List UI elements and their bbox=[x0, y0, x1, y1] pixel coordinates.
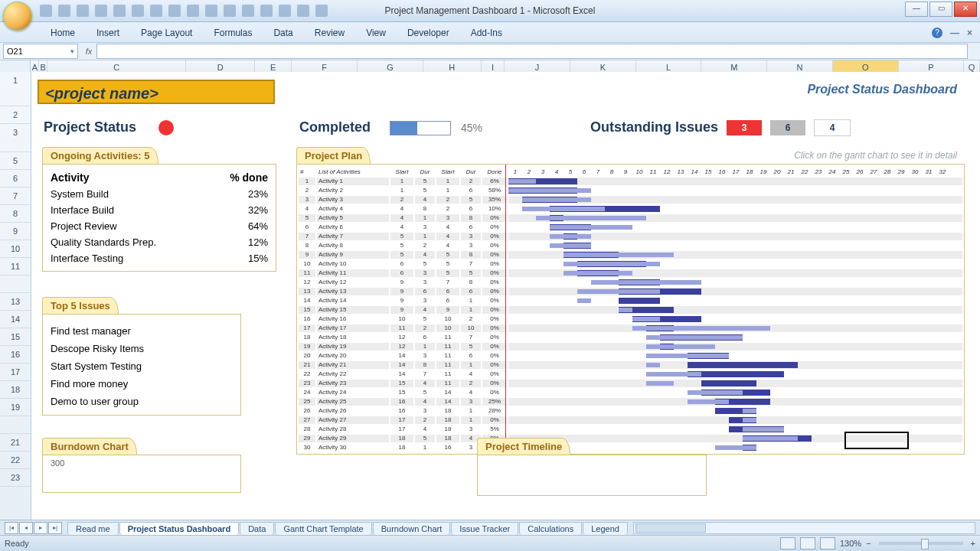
row-header[interactable]: 7 bbox=[0, 187, 31, 205]
gantt-row: 21Activity 211481110% bbox=[299, 361, 962, 369]
activity-name: System Build bbox=[51, 186, 214, 202]
project-name-cell[interactable]: <project name> bbox=[38, 80, 275, 104]
activity-name: Interface Build bbox=[51, 202, 214, 218]
activity-pct: 32% bbox=[214, 202, 268, 218]
ribbon-tab[interactable]: Home bbox=[40, 24, 86, 42]
view-layout-icon[interactable] bbox=[800, 537, 815, 549]
gantt-row: 12Activity 1293780% bbox=[299, 279, 962, 286]
row-header[interactable]: 13 bbox=[0, 293, 31, 311]
office-button[interactable] bbox=[3, 2, 32, 31]
row-header[interactable]: 17 bbox=[0, 364, 31, 381]
ribbon-tab[interactable]: Developer bbox=[397, 24, 460, 42]
qat-icon[interactable] bbox=[224, 5, 236, 17]
tab-nav[interactable]: |◂ ◂ ▸ ▸| bbox=[5, 522, 63, 534]
ribbon-tab[interactable]: Add-Ins bbox=[460, 24, 513, 42]
view-pagebreak-icon[interactable] bbox=[820, 537, 835, 549]
ribbon-tab[interactable]: Page Layout bbox=[130, 24, 203, 42]
qat-icon[interactable] bbox=[187, 5, 199, 17]
burndown-card: Burndown Chart 300 bbox=[42, 438, 241, 493]
fx-icon[interactable]: fx bbox=[81, 44, 96, 59]
qat-icon[interactable] bbox=[132, 5, 144, 17]
gantt-row: 25Activity 2516414325% bbox=[299, 398, 962, 406]
ribbon-minimize-icon[interactable]: — bbox=[950, 28, 959, 38]
horizontal-scrollbar[interactable] bbox=[633, 522, 975, 534]
qat-icon[interactable] bbox=[113, 5, 126, 17]
outstanding-issues-header: Outstanding Issues 3 6 4 bbox=[590, 119, 851, 136]
status-ready: Ready bbox=[5, 539, 29, 548]
zoom-out-icon[interactable]: − bbox=[866, 539, 871, 548]
tab-prev-icon[interactable]: ◂ bbox=[19, 522, 33, 534]
qat-icon[interactable] bbox=[168, 5, 181, 17]
row-header[interactable]: 21 bbox=[0, 434, 31, 452]
dashboard-title: Project Status Dashboard bbox=[807, 83, 957, 96]
sheet-tab[interactable]: Data bbox=[240, 522, 274, 535]
tab-next-icon[interactable]: ▸ bbox=[34, 522, 47, 534]
row-header[interactable]: 9 bbox=[0, 223, 31, 240]
help-icon[interactable]: ? bbox=[932, 28, 942, 38]
sheet-tab[interactable]: Legend bbox=[583, 522, 628, 535]
timeline-title: Project Timeline bbox=[477, 438, 570, 455]
qat-icon[interactable] bbox=[297, 5, 309, 17]
sheet-tab[interactable]: Gantt Chart Template bbox=[275, 522, 371, 535]
row-header[interactable]: 22 bbox=[0, 452, 31, 469]
row-header[interactable]: 11 bbox=[0, 258, 31, 276]
qat-icon[interactable] bbox=[150, 5, 162, 17]
minimize-button[interactable]: — bbox=[905, 2, 928, 17]
row-header[interactable]: 16 bbox=[0, 346, 31, 364]
row-header[interactable]: 14 bbox=[0, 311, 31, 328]
row-header[interactable]: 19 bbox=[0, 399, 31, 416]
qat-icon[interactable] bbox=[260, 5, 273, 17]
row-header[interactable]: 10 bbox=[0, 240, 31, 258]
row-header[interactable] bbox=[0, 416, 31, 434]
ribbon-tab[interactable]: View bbox=[355, 24, 397, 42]
gantt-row: 24Activity 241551440% bbox=[299, 389, 962, 396]
tab-first-icon[interactable]: |◂ bbox=[5, 522, 18, 534]
view-normal-icon[interactable] bbox=[780, 537, 795, 549]
qat-undo-icon[interactable] bbox=[58, 5, 70, 17]
qat-print-icon[interactable] bbox=[95, 5, 107, 17]
close-button[interactable]: ✕ bbox=[954, 2, 977, 17]
row-header[interactable]: 23 bbox=[0, 469, 31, 487]
row-header[interactable]: 8 bbox=[0, 205, 31, 223]
row-header[interactable]: 5 bbox=[0, 152, 31, 170]
tab-last-icon[interactable]: ▸| bbox=[48, 522, 62, 534]
issue-item: Find more money bbox=[51, 375, 233, 393]
zoom-slider[interactable] bbox=[879, 542, 963, 545]
worksheet[interactable]: <project name> Project Status Dashboard … bbox=[31, 72, 980, 520]
ribbon-tab[interactable]: Review bbox=[304, 24, 355, 42]
row-header[interactable]: 1 bbox=[0, 72, 31, 106]
sheet-tab[interactable]: Project Status Dashboard bbox=[119, 522, 239, 535]
row-header[interactable] bbox=[0, 276, 31, 293]
qat-icon[interactable] bbox=[242, 5, 254, 17]
ribbon-tab[interactable]: Formulas bbox=[203, 24, 263, 42]
issue-item: Demo to user group bbox=[51, 393, 233, 410]
row-header[interactable]: 2 bbox=[0, 106, 31, 124]
qat-redo-icon[interactable] bbox=[77, 5, 89, 17]
issue-item: Find test manager bbox=[51, 322, 233, 340]
qat-icon[interactable] bbox=[315, 5, 328, 17]
qat-save-icon[interactable] bbox=[40, 5, 52, 17]
sheet-tab[interactable]: Calculations bbox=[519, 522, 582, 535]
sheet-tab[interactable]: Burndown Chart bbox=[373, 522, 451, 535]
gantt-row: 26Activity 2616318128% bbox=[299, 407, 962, 415]
top-issues-title: Top 5 Issues bbox=[42, 297, 119, 314]
doc-close-icon[interactable]: × bbox=[967, 28, 972, 38]
sheet-tab[interactable]: Read me bbox=[67, 522, 119, 535]
qat-icon[interactable] bbox=[279, 5, 291, 17]
row-header[interactable]: 3 bbox=[0, 124, 31, 152]
formula-bar[interactable] bbox=[96, 44, 968, 59]
qat-icon[interactable] bbox=[205, 5, 217, 17]
quick-access-toolbar[interactable] bbox=[40, 5, 328, 17]
zoom-level[interactable]: 130% bbox=[840, 539, 861, 548]
ribbon-tab[interactable]: Data bbox=[263, 24, 303, 42]
ribbon-tab[interactable]: Insert bbox=[86, 24, 130, 42]
project-plan-card[interactable]: Project Plan #List of ActivitiesStartDur… bbox=[296, 147, 965, 455]
row-header[interactable]: 15 bbox=[0, 328, 31, 346]
row-header[interactable]: 6 bbox=[0, 170, 31, 187]
row-header[interactable]: 18 bbox=[0, 381, 31, 399]
zoom-in-icon[interactable]: + bbox=[971, 539, 975, 548]
gantt-row: 11Activity 1163550% bbox=[299, 269, 962, 277]
name-box[interactable]: O21 bbox=[3, 44, 78, 59]
maximize-button[interactable]: ▭ bbox=[929, 2, 952, 17]
sheet-tab[interactable]: Issue Tracker bbox=[451, 522, 518, 535]
